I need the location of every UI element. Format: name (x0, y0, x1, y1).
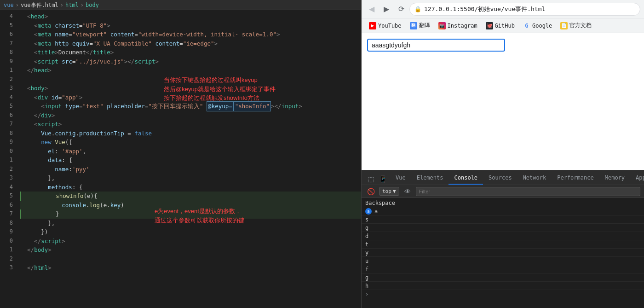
docs-label: 官方文档 (569, 22, 592, 29)
eye-btn[interactable]: 👁 (402, 186, 413, 197)
console-val-g: g (365, 225, 368, 231)
forward-button[interactable]: ▶ (380, 3, 393, 16)
console-val-d: d (365, 233, 368, 239)
bookmark-translate[interactable]: 翻 翻译 (406, 20, 434, 31)
browser-content (362, 33, 644, 170)
console-val-h: h (365, 283, 368, 289)
console-val-f: f (365, 266, 368, 273)
github-label: GitHub (495, 23, 515, 29)
console-line-t: t (362, 240, 644, 249)
breadcrumb-item-file: vue事件.html (21, 1, 58, 9)
breadcrumb-item-vue: vue (4, 1, 14, 9)
github-icon: 🐙 (486, 22, 493, 29)
translate-label: 翻译 (419, 22, 430, 29)
backspace-text: Backspace (365, 200, 395, 206)
bookmark-github[interactable]: 🐙 GitHub (482, 20, 518, 31)
devtools-device-btn[interactable]: 📱 (377, 174, 388, 185)
devtools-controls: ⬚ 📱 (363, 174, 390, 185)
google-icon: G (523, 22, 530, 29)
bookmark-google[interactable]: G Google (519, 20, 556, 31)
back-button[interactable]: ◀ (365, 3, 378, 16)
dropdown-arrow: ▼ (393, 188, 396, 194)
clear-console-btn[interactable]: 🚫 (365, 186, 376, 197)
bookmarks-bar: ▶ YouTube 翻 翻译 📷 Instagram 🐙 GitHub G Go… (362, 18, 644, 33)
console-line-u: u (362, 257, 644, 265)
breadcrumb: vue › vue事件.html › html › body (0, 0, 361, 10)
tab-memory[interactable]: Memory (599, 172, 630, 185)
browser-panel: ◀ ▶ ⟳ 🔒 127.0.0.1:5500/初始vue/vue事件.html … (361, 0, 644, 308)
devtools-tabbar: ⬚ 📱 Vue Elements Console Sources Network… (362, 170, 644, 185)
line-numbers: 45678 91234 56789 01234 56789 0123 (0, 10, 17, 308)
code-content: <head> <meta charset="UTF-8"> <meta name… (17, 10, 361, 308)
instagram-icon: 📷 (438, 22, 446, 29)
tab-vue[interactable]: Vue (390, 172, 411, 185)
devtools-panel: ⬚ 📱 Vue Elements Console Sources Network… (362, 170, 644, 308)
url-text: 127.0.0.1:5500/初始vue/vue事件.html (424, 5, 545, 13)
address-bar[interactable]: 🔒 127.0.0.1:5500/初始vue/vue事件.html (409, 3, 640, 16)
console-line-s: s (362, 215, 644, 224)
docs-icon: 📄 (560, 22, 568, 29)
console-val-t: t (365, 241, 368, 248)
youtube-label: YouTube (378, 23, 402, 29)
console-line-f: f (362, 265, 644, 273)
tab-performance[interactable]: Performance (552, 172, 599, 185)
breadcrumb-item-html: html (65, 1, 79, 9)
console-prompt: › (362, 290, 644, 298)
console-val-s: s (365, 216, 368, 223)
console-line-d: d (362, 232, 644, 240)
console-val-y: y (365, 250, 368, 256)
lock-icon: 🔒 (414, 6, 421, 12)
devtools-inspect-btn[interactable]: ⬚ (365, 174, 376, 185)
tab-elements[interactable]: Elements (411, 172, 449, 185)
console-val-u: u (365, 258, 368, 264)
top-label: top (382, 188, 391, 194)
tab-application[interactable]: Application (630, 172, 644, 185)
tab-sources[interactable]: Sources (483, 172, 518, 185)
filter-input[interactable] (416, 187, 641, 196)
console-badge-a: a (365, 208, 372, 215)
console-line-g2: g (362, 273, 644, 282)
console-line-h: h (362, 282, 644, 290)
prompt-arrow: › (365, 291, 368, 297)
console-line-g: g (362, 224, 644, 232)
console-line-a: a a (362, 207, 644, 215)
console-line-backspace: Backspace (362, 199, 644, 207)
code-editor: vue › vue事件.html › html › body 45678 912… (0, 0, 361, 308)
youtube-icon: ▶ (369, 22, 376, 29)
bookmark-instagram[interactable]: 📷 Instagram (435, 20, 481, 31)
devtools-toolbar: 🚫 top ▼ 👁 (362, 185, 644, 198)
bookmark-youtube[interactable]: ▶ YouTube (365, 20, 405, 31)
google-label: Google (532, 23, 552, 29)
breadcrumb-item-body: body (86, 1, 99, 9)
tab-network[interactable]: Network (518, 172, 552, 185)
translate-icon: 翻 (410, 22, 417, 29)
refresh-button[interactable]: ⟳ (395, 3, 408, 16)
tab-console[interactable]: Console (448, 172, 483, 185)
instagram-label: Instagram (448, 23, 477, 29)
console-val-a: a (374, 208, 378, 215)
browser-toolbar: ◀ ▶ ⟳ 🔒 127.0.0.1:5500/初始vue/vue事件.html (362, 0, 644, 18)
console-output: Backspace a a s g d t y u (362, 198, 644, 308)
bookmark-docs[interactable]: 📄 官方文档 (557, 20, 595, 31)
console-val-g2: g (365, 274, 368, 281)
console-line-y: y (362, 249, 644, 257)
page-search-input[interactable] (367, 39, 505, 52)
top-dropdown[interactable]: top ▼ (379, 187, 399, 196)
